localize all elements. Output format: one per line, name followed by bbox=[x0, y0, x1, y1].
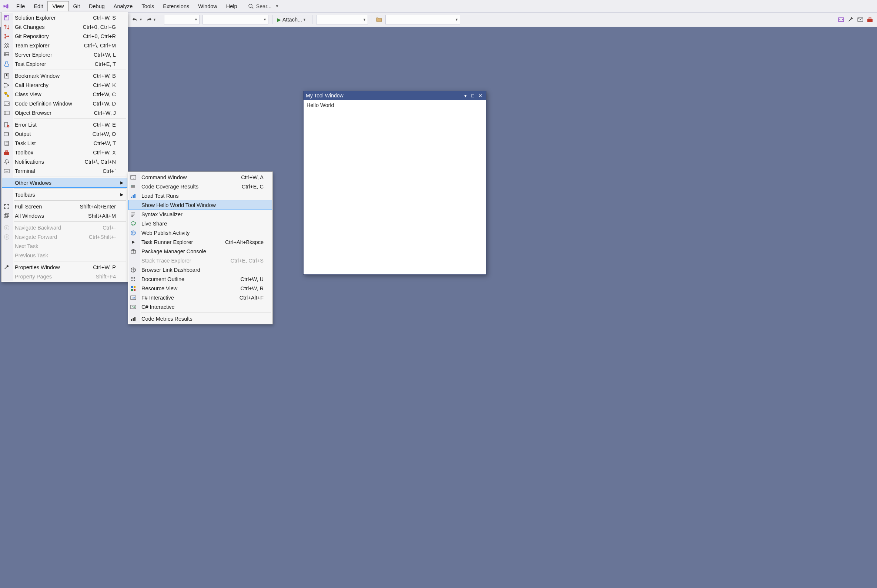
close-icon[interactable]: ✕ bbox=[477, 93, 484, 99]
redo-icon[interactable] bbox=[145, 15, 153, 24]
menubar-item-tools[interactable]: Tools bbox=[137, 1, 159, 12]
wrench-icon[interactable] bbox=[847, 15, 855, 24]
solution-config-combo[interactable]: ▼ bbox=[164, 15, 199, 24]
menubar-item-debug[interactable]: Debug bbox=[84, 1, 109, 12]
menu-item-label: Show Hello World Tool Window bbox=[141, 202, 216, 208]
window-menu-icon[interactable]: ▾ bbox=[462, 93, 469, 99]
menubar-item-help[interactable]: Help bbox=[222, 1, 242, 12]
menubar-item-view[interactable]: View bbox=[47, 1, 69, 12]
menu-item-label: Properties Window bbox=[15, 264, 60, 270]
chevron-down-icon[interactable]: ▼ bbox=[153, 18, 156, 21]
menu-item-shortcut: Ctrl+W, O bbox=[93, 131, 116, 137]
menu-item-resource-view[interactable]: Resource ViewCtrl+W, R bbox=[129, 284, 272, 293]
svg-rect-30 bbox=[5, 141, 9, 146]
menu-item-git-changes[interactable]: Git ChangesCtrl+0, Ctrl+G bbox=[2, 22, 127, 32]
menu-item-object-browser[interactable]: Object BrowserCtrl+W, J bbox=[2, 108, 127, 117]
chevron-right-icon: ▶ bbox=[120, 192, 123, 197]
output-icon bbox=[4, 131, 12, 137]
menu-item-solution-explorer[interactable]: Solution ExplorerCtrl+W, S bbox=[2, 13, 127, 22]
menu-item-label: Object Browser bbox=[15, 110, 51, 116]
menu-item-c-interactive[interactable]: C#C# Interactive bbox=[129, 302, 272, 311]
team-explorer-icon bbox=[4, 43, 12, 48]
menu-item-full-screen[interactable]: Full ScreenShift+Alt+Enter bbox=[2, 202, 127, 211]
pkg-manager-icon bbox=[130, 249, 138, 254]
tool-window-title: My Tool Window bbox=[306, 93, 343, 99]
live-share-icon[interactable] bbox=[837, 15, 845, 24]
menu-item-test-explorer[interactable]: Test ExplorerCtrl+E, T bbox=[2, 59, 127, 69]
menubar-item-extensions[interactable]: Extensions bbox=[159, 1, 193, 12]
menu-item-error-list[interactable]: ✕Error ListCtrl+W, E bbox=[2, 120, 127, 129]
menu-item-code-coverage-results[interactable]: Code Coverage ResultsCtrl+E, C bbox=[129, 182, 272, 191]
menu-item-output[interactable]: OutputCtrl+W, O bbox=[2, 129, 127, 138]
menu-item-label: Class View bbox=[15, 92, 41, 98]
find-combo[interactable]: ▼ bbox=[385, 15, 460, 24]
menubar-item-edit[interactable]: Edit bbox=[29, 1, 47, 12]
svg-rect-52 bbox=[131, 289, 133, 291]
menu-item-property-pages: Property PagesShift+F4 bbox=[2, 272, 127, 281]
svg-rect-7 bbox=[5, 16, 7, 17]
menu-item-terminal[interactable]: TerminalCtrl+` bbox=[2, 166, 127, 176]
tool-window-titlebar[interactable]: My Tool Window ▾ □ ✕ bbox=[304, 91, 486, 100]
menu-item-f-interactive[interactable]: F#F# InteractiveCtrl+Alt+F bbox=[129, 293, 272, 302]
menu-item-task-runner-explorer[interactable]: Task Runner ExplorerCtrl+Alt+Bkspce bbox=[129, 237, 272, 247]
menu-item-properties-window[interactable]: Properties WindowCtrl+W, P bbox=[2, 262, 127, 272]
menu-item-other-windows[interactable]: Other Windows▶ bbox=[2, 178, 127, 188]
menu-item-toolbox[interactable]: ToolboxCtrl+W, X bbox=[2, 148, 127, 157]
attach-button[interactable]: ▶ Attach... ▼ bbox=[275, 16, 310, 22]
menu-item-task-list[interactable]: Task ListCtrl+W, T bbox=[2, 138, 127, 148]
notifications-icon bbox=[4, 159, 12, 165]
task-runner-icon bbox=[130, 239, 138, 245]
undo-icon[interactable] bbox=[131, 15, 139, 24]
menu-item-shortcut: Ctrl+W, J bbox=[94, 110, 116, 116]
chevron-down-icon[interactable]: ▼ bbox=[139, 18, 142, 21]
menu-item-code-metrics-results[interactable]: Code Metrics Results bbox=[129, 314, 272, 323]
menubar-item-git[interactable]: Git bbox=[69, 1, 85, 12]
startup-project-combo[interactable]: ▼ bbox=[316, 15, 368, 24]
menu-item-shortcut: Ctrl+E, Ctrl+S bbox=[231, 258, 264, 264]
menu-item-label: Navigate Forward bbox=[15, 234, 57, 240]
svg-rect-59 bbox=[133, 318, 134, 321]
menu-item-code-definition-window[interactable]: Code Definition WindowCtrl+W, D bbox=[2, 99, 127, 108]
menu-item-document-outline[interactable]: Document OutlineCtrl+W, U bbox=[129, 274, 272, 284]
svg-rect-25 bbox=[4, 111, 6, 115]
menu-item-server-explorer[interactable]: Server ExplorerCtrl+W, L bbox=[2, 50, 127, 59]
menu-item-show-hello-world-tool-window[interactable]: Show Hello World Tool Window bbox=[129, 200, 272, 210]
menu-item-bookmark-window[interactable]: Bookmark WindowCtrl+W, B bbox=[2, 71, 127, 80]
bookmark-window-icon bbox=[4, 73, 12, 79]
menu-item-notifications[interactable]: NotificationsCtrl+\, Ctrl+N bbox=[2, 157, 127, 166]
svg-point-34 bbox=[6, 163, 7, 164]
maximize-icon[interactable]: □ bbox=[469, 93, 477, 99]
menubar-separator bbox=[245, 3, 245, 10]
menu-item-browser-link-dashboard[interactable]: Browser Link Dashboard bbox=[129, 265, 272, 274]
menu-item-navigate-forward: Navigate ForwardCtrl+Shift+- bbox=[2, 232, 127, 242]
menu-item-all-windows[interactable]: All WindowsShift+Alt+M bbox=[2, 211, 127, 220]
menu-item-live-share[interactable]: Live Share bbox=[129, 219, 272, 228]
solution-platform-combo[interactable]: ▼ bbox=[202, 15, 268, 24]
menu-item-toolbars[interactable]: Toolbars▶ bbox=[2, 190, 127, 199]
svg-rect-13 bbox=[4, 52, 9, 54]
chevron-right-icon: ▶ bbox=[120, 180, 123, 185]
menubar-item-file[interactable]: File bbox=[12, 1, 29, 12]
search-box[interactable]: Sear... ▼ bbox=[248, 3, 279, 9]
svg-rect-60 bbox=[134, 317, 135, 321]
call-hierarchy-icon bbox=[4, 82, 12, 88]
envelope-icon[interactable] bbox=[856, 15, 864, 24]
menu-item-label: All Windows bbox=[15, 213, 44, 219]
toolbox-right-icon[interactable] bbox=[866, 15, 874, 24]
menubar-item-label: File bbox=[16, 3, 25, 9]
menu-item-package-manager-console[interactable]: Package Manager Console bbox=[129, 247, 272, 256]
menu-item-class-view[interactable]: Class ViewCtrl+W, C bbox=[2, 90, 127, 99]
menu-item-git-repository[interactable]: Git RepositoryCtrl+0, Ctrl+R bbox=[2, 32, 127, 41]
menu-item-web-publish-activity[interactable]: Web Publish Activity bbox=[129, 228, 272, 237]
menu-item-syntax-visualizer[interactable]: Syntax Visualizer bbox=[129, 210, 272, 219]
menu-item-team-explorer[interactable]: Team ExplorerCtrl+\, Ctrl+M bbox=[2, 41, 127, 50]
menu-item-label: Load Test Runs bbox=[141, 193, 179, 199]
menu-item-call-hierarchy[interactable]: Call HierarchyCtrl+W, K bbox=[2, 80, 127, 90]
menu-item-command-window[interactable]: Command WindowCtrl+W, A bbox=[129, 172, 272, 182]
folder-icon[interactable] bbox=[375, 15, 383, 24]
menu-item-next-task: Next Task bbox=[2, 242, 127, 250]
menu-item-label: Toolbars bbox=[15, 192, 35, 198]
menubar-item-window[interactable]: Window bbox=[193, 1, 222, 12]
menu-item-load-test-runs[interactable]: Load Test Runs bbox=[129, 191, 272, 200]
menubar-item-analyze[interactable]: Analyze bbox=[109, 1, 137, 12]
